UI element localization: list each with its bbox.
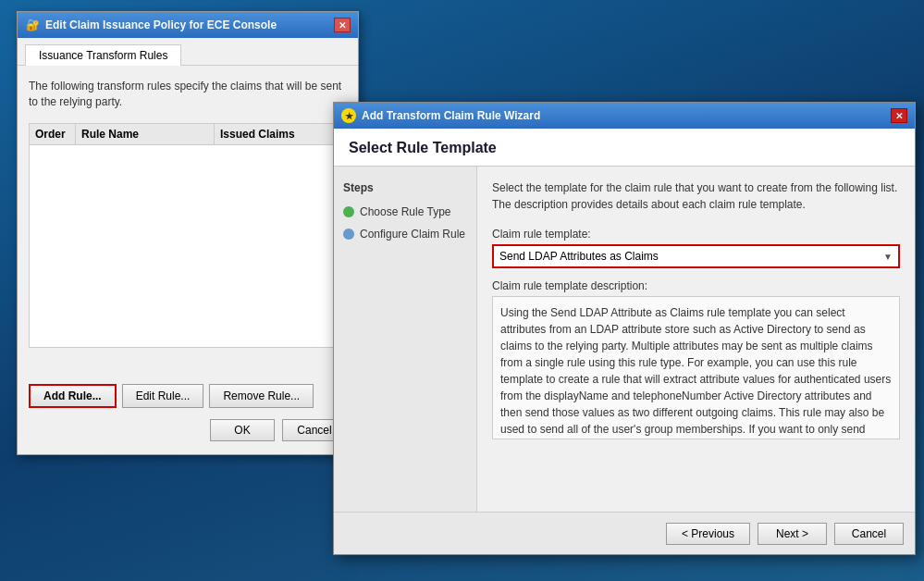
wizard-page-title: Select Rule Template xyxy=(349,140,900,156)
col-rule-name: Rule Name xyxy=(76,124,215,144)
wizard-close-button[interactable]: ✕ xyxy=(891,108,907,123)
col-issued-claims: Issued Claims xyxy=(215,124,346,144)
edit-rule-button[interactable]: Edit Rule... xyxy=(122,384,204,408)
claim-rule-template-group: Claim rule template: Send LDAP Attribute… xyxy=(492,228,900,268)
edit-dialog-description: The following transform rules specify th… xyxy=(29,79,347,110)
edit-dialog-close-button[interactable]: ✕ xyxy=(334,18,351,32)
edit-dialog-title: Edit Claim Issuance Policy for ECE Conso… xyxy=(45,19,277,31)
table-header: Order Rule Name Issued Claims xyxy=(29,123,347,144)
add-rule-button[interactable]: Add Rule... xyxy=(29,384,117,408)
step1-dot xyxy=(343,206,354,217)
ok-button[interactable]: OK xyxy=(210,419,275,441)
edit-dialog-titlebar: 🔐 Edit Claim Issuance Policy for ECE Con… xyxy=(18,12,358,38)
wizard-title-icon: ★ xyxy=(341,108,356,123)
dropdown-container: Send LDAP Attributes as Claims Send Grou… xyxy=(494,246,898,266)
wizard-footer: < Previous Next > Cancel xyxy=(334,512,915,554)
next-button[interactable]: Next > xyxy=(758,523,827,545)
wizard-body: Steps Choose Rule Type Configure Claim R… xyxy=(334,167,915,530)
edit-claim-dialog: 🔐 Edit Claim Issuance Policy for ECE Con… xyxy=(17,11,359,455)
tab-issuance-transform-rules[interactable]: Issuance Transform Rules xyxy=(25,44,181,66)
step2-dot xyxy=(343,229,354,240)
dropdown-label: Claim rule template: xyxy=(492,228,900,241)
wizard-intro-text: Select the template for the claim rule t… xyxy=(492,179,900,213)
description-label: Claim rule template description: xyxy=(492,279,900,292)
edit-dialog-tab-bar: Issuance Transform Rules xyxy=(18,38,358,66)
step1-label: Choose Rule Type xyxy=(360,205,451,218)
step-configure-claim-rule: Configure Claim Rule xyxy=(343,228,467,241)
edit-dialog-bottom-buttons: OK Cancel xyxy=(210,419,347,441)
wizard-titlebar: ★ Add Transform Claim Rule Wizard ✕ xyxy=(334,103,915,129)
steps-label: Steps xyxy=(343,181,467,194)
wizard-page-header: Select Rule Template xyxy=(334,129,915,167)
wizard-dialog: ★ Add Transform Claim Rule Wizard ✕ Sele… xyxy=(333,102,916,555)
col-order: Order xyxy=(30,124,76,144)
rules-table-body xyxy=(29,144,347,348)
template-description-text: Using the Send LDAP Attribute as Claims … xyxy=(492,296,900,439)
step-choose-rule-type: Choose Rule Type xyxy=(343,205,467,218)
claim-rule-template-dropdown[interactable]: Send LDAP Attributes as Claims Send Grou… xyxy=(494,246,898,266)
description-group: Claim rule template description: Using t… xyxy=(492,279,900,439)
edit-dialog-icon: 🔐 xyxy=(25,18,40,32)
edit-dialog-rule-buttons: Add Rule... Edit Rule... Remove Rule... xyxy=(29,384,314,408)
dropdown-border-wrapper: Send LDAP Attributes as Claims Send Grou… xyxy=(492,244,900,268)
wizard-main-content: Select the template for the claim rule t… xyxy=(477,167,915,530)
previous-button[interactable]: < Previous xyxy=(666,523,750,545)
remove-rule-button[interactable]: Remove Rule... xyxy=(209,384,314,408)
edit-dialog-content: The following transform rules specify th… xyxy=(18,66,358,357)
wizard-steps-panel: Steps Choose Rule Type Configure Claim R… xyxy=(334,167,477,530)
wizard-cancel-button[interactable]: Cancel xyxy=(834,523,904,545)
wizard-title: Add Transform Claim Rule Wizard xyxy=(362,109,540,122)
step2-label: Configure Claim Rule xyxy=(360,228,465,241)
